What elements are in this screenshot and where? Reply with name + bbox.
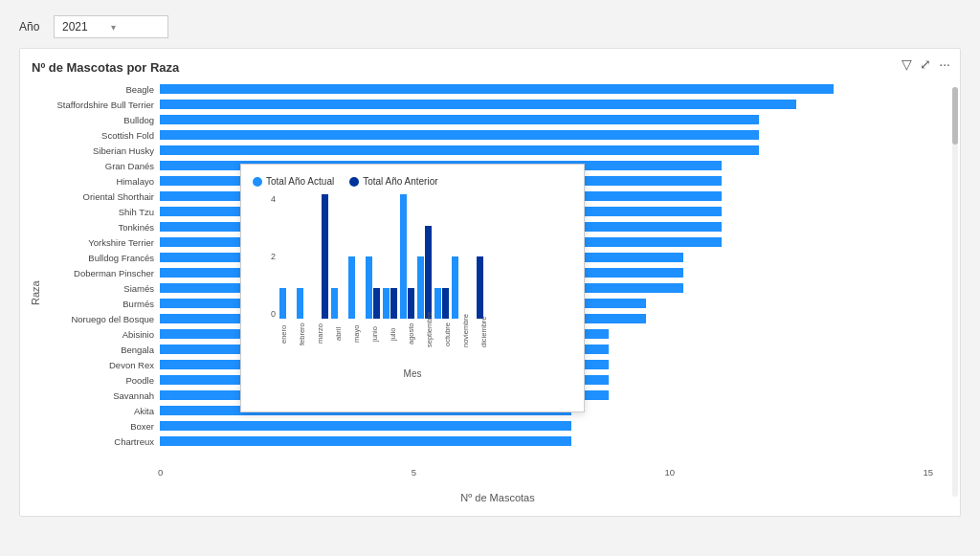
month-bars (400, 194, 414, 319)
bar-fill (160, 436, 571, 446)
scrollbar[interactable] (952, 87, 958, 497)
month-bars (331, 194, 345, 319)
month-group (366, 194, 380, 319)
month-bars (314, 194, 328, 319)
tooltip-bar-actual (366, 256, 372, 319)
bar-fill (160, 100, 796, 109)
bar-label: Bulldog Francés (43, 253, 158, 263)
bar-label: Tonkinés (43, 222, 158, 233)
bar-label: Chartreux (43, 436, 158, 447)
tooltip-bar-anterior (408, 288, 414, 320)
month-bars (348, 194, 363, 319)
bar-row: Staffordshire Bull Terrier17 (43, 98, 952, 111)
year-select-value: 2021 (62, 20, 111, 33)
legend-actual: Total Año Actual (253, 176, 334, 187)
tooltip-y-tick: 2 (271, 252, 276, 261)
bar-track: 16 (160, 130, 952, 140)
month-label: febrero (298, 321, 313, 347)
x-tick: 5 (412, 467, 416, 478)
bar-fill (160, 115, 759, 124)
legend-actual-dot (253, 177, 262, 187)
bar-label: Shih Tzu (43, 207, 158, 217)
bar-label: Noruego del Bosque (43, 314, 158, 324)
month-bars (297, 194, 311, 319)
tooltip-bar-actual (452, 256, 458, 319)
month-group (279, 194, 294, 319)
legend-anterior: Total Año Anterior (349, 176, 437, 187)
bar-label: Gran Danés (43, 161, 158, 171)
tooltip-bar-anterior (442, 288, 449, 320)
page-wrapper: Año 2021 ▾ ▽ ⤢ ··· Nº de Mascotas por Ra… (0, 0, 980, 556)
bar-row: Scottish Fold16 (43, 128, 952, 142)
month-bars (383, 194, 397, 319)
bar-row: Beagle18 (43, 82, 952, 96)
filters-row: Año 2021 ▾ (19, 15, 961, 38)
tooltip-bars-area: 420 (253, 194, 572, 319)
month-group (452, 194, 466, 319)
month-label: diciembre (479, 321, 495, 347)
x-axis-label: Nº de Mascotas (43, 492, 952, 503)
bar-track: 16 (160, 115, 952, 124)
bar-track: 11 (160, 436, 952, 446)
bar-label: Burmés (43, 299, 158, 309)
bar-label: Siamés (43, 283, 158, 294)
bar-fill (160, 130, 759, 140)
expand-icon[interactable]: ⤢ (920, 56, 931, 72)
month-label: noviembre (461, 321, 477, 347)
month-group (434, 194, 449, 319)
year-label: Año (19, 20, 46, 33)
tooltip-bar-actual (279, 288, 286, 320)
month-group (314, 194, 328, 319)
tooltip-chart: 420enerofebreromarzoabrilmayojuniojulioa… (253, 194, 572, 367)
month-bars (434, 194, 449, 319)
bar-fill (160, 421, 571, 431)
year-select[interactable]: 2021 ▾ (54, 15, 168, 38)
month-group (297, 194, 311, 319)
bar-label: Yorkshire Terrier (43, 237, 158, 248)
bar-label: Himalayo (43, 176, 158, 187)
more-icon[interactable]: ··· (939, 56, 950, 72)
bar-label: Boxer (43, 421, 158, 432)
bar-label: Abisinio (43, 329, 158, 340)
year-filter-item: Año 2021 ▾ (19, 15, 961, 38)
tooltip-bar-anterior (322, 194, 328, 319)
month-bars (452, 194, 466, 319)
x-tick: 10 (664, 467, 675, 478)
month-group (383, 194, 397, 319)
bar-label: Devon Rex (43, 360, 158, 370)
bar-label: Beagle (43, 84, 158, 95)
bar-track: 17 (160, 100, 952, 109)
bar-track: 18 (160, 84, 952, 94)
bar-label: Scottish Fold (43, 130, 158, 141)
tooltip-bar-actual (331, 288, 338, 320)
tooltip-bar-actual (434, 288, 441, 320)
tooltip-bar-actual (348, 256, 355, 319)
month-label: octubre (443, 321, 458, 347)
month-bars (279, 194, 294, 319)
x-tick: 15 (923, 467, 933, 478)
tooltip-bar-actual (297, 288, 303, 320)
month-label: julio (389, 321, 404, 347)
scrollbar-thumb[interactable] (952, 87, 958, 145)
month-group (348, 194, 363, 319)
month-group (469, 194, 483, 319)
filter-icon[interactable]: ▽ (902, 56, 912, 72)
bar-label: Akita (43, 406, 158, 416)
month-bars (366, 194, 380, 319)
legend-anterior-dot (349, 177, 359, 187)
bar-label: Poodle (43, 375, 158, 386)
month-label: enero (279, 321, 295, 347)
month-group (400, 194, 414, 319)
month-label: marzo (316, 321, 331, 347)
chevron-down-icon: ▾ (111, 22, 160, 33)
month-bars (417, 194, 432, 319)
tooltip-bar-anterior (373, 288, 380, 320)
x-axis-area: 051015 (158, 467, 952, 490)
bar-label: Oriental Shorthair (43, 191, 158, 202)
bar-row: Boxer11 (43, 419, 952, 433)
chart-toolbar: ▽ ⤢ ··· (902, 56, 950, 72)
tooltip-bar-actual (417, 256, 424, 319)
x-axis-ticks: 051015 (158, 467, 952, 478)
bar-label: Bulldog (43, 115, 158, 125)
tooltip-bar-actual (400, 194, 407, 319)
